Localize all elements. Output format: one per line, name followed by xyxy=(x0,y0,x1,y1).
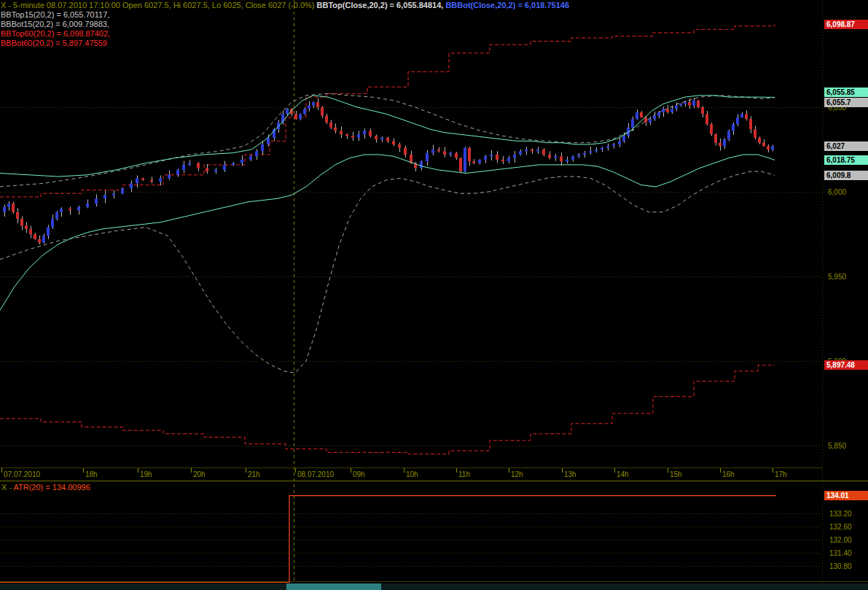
candle-up xyxy=(507,158,510,162)
candle-up xyxy=(55,212,58,219)
candle-up xyxy=(631,119,634,128)
candle-down xyxy=(548,155,551,158)
candle-up xyxy=(77,207,80,211)
candle-down xyxy=(762,143,765,147)
candle-down xyxy=(437,150,440,151)
atr-axis-label: 131.40 xyxy=(829,549,852,557)
candle-up xyxy=(618,141,621,144)
atr-value-label: ATR(20) = 134.00996 xyxy=(14,483,90,492)
candle-down xyxy=(334,128,337,131)
candle-up xyxy=(736,117,739,124)
bbbot60-label: BBBot60(20,2) = 5,897.47559 xyxy=(1,39,569,48)
candle-up xyxy=(566,160,568,161)
time-axis-label: 10h xyxy=(406,470,418,478)
candle-up xyxy=(182,165,185,170)
candle-up xyxy=(420,161,423,168)
candle-up xyxy=(589,151,592,152)
time-axis-label: 16h xyxy=(722,470,735,478)
time-axis-label: 13h xyxy=(564,470,576,478)
candle-up xyxy=(261,144,264,151)
candle-up xyxy=(223,165,226,170)
candle-down xyxy=(206,168,208,172)
time-axis-label: 14h xyxy=(617,470,629,478)
candle-up xyxy=(232,163,235,165)
candle-down xyxy=(29,229,32,234)
atr-axis-label: 132.00 xyxy=(829,536,852,544)
candle-up xyxy=(583,153,586,155)
candle-up xyxy=(255,151,258,156)
candle-up xyxy=(601,148,603,150)
candle-up xyxy=(727,131,730,140)
atr-axis-label: 130.80 xyxy=(829,562,852,570)
time-axis-label: 19h xyxy=(140,470,152,478)
candle-down xyxy=(719,143,722,147)
chart-legend: X - 5-minute 08.07.2010 17:10:00 Open 60… xyxy=(1,1,569,48)
bb-lower-line xyxy=(0,155,775,310)
candle-up xyxy=(188,163,191,165)
candle-up xyxy=(7,203,10,207)
candle-up xyxy=(670,109,673,112)
price-tag: 6,098.87 xyxy=(824,20,868,29)
bbtop60-label: BBTop60(20,2) = 6,098.87402, xyxy=(1,29,569,39)
candle-up xyxy=(241,160,243,163)
candle-down xyxy=(16,212,19,219)
atr-value-tag: 134.01 xyxy=(824,491,868,500)
candle-down xyxy=(12,203,15,212)
candle-up xyxy=(47,228,50,236)
candle-up xyxy=(679,104,682,105)
time-axis-label: 18h xyxy=(85,470,98,478)
candle-up xyxy=(612,144,615,146)
scrollbar-thumb[interactable] xyxy=(286,583,381,590)
candle-down xyxy=(340,131,343,135)
candle-up xyxy=(513,155,516,158)
candle-up xyxy=(636,112,638,119)
candle-up xyxy=(42,236,45,242)
bb-upper-line xyxy=(0,96,775,176)
candle-down xyxy=(542,150,545,155)
candle-down xyxy=(25,225,28,229)
candle-up xyxy=(536,150,539,151)
candle-up xyxy=(86,203,89,207)
candle-up xyxy=(595,150,598,151)
candle-down xyxy=(455,153,458,158)
candle-down xyxy=(392,141,395,144)
candle-down xyxy=(316,102,319,107)
price-axis-label: 5,950 xyxy=(828,273,846,281)
candle-up xyxy=(51,219,54,228)
price-tag: 6,055.7 xyxy=(824,98,868,107)
price-tag: 5,897.48 xyxy=(824,360,868,370)
candle-up xyxy=(168,175,171,179)
price-tag: 6,027 xyxy=(824,141,868,151)
candle-up xyxy=(657,112,660,116)
candle-up xyxy=(732,124,735,131)
candle-up xyxy=(3,207,6,212)
candle-up xyxy=(525,150,528,151)
chart-canvas[interactable] xyxy=(0,0,868,590)
candle-down xyxy=(745,114,748,119)
candle-up xyxy=(478,160,481,163)
candle-down xyxy=(705,114,708,124)
candle-up xyxy=(380,138,383,139)
candle-down xyxy=(697,101,700,107)
candle-up xyxy=(675,106,678,109)
candle-up xyxy=(519,151,522,155)
candle-up xyxy=(740,114,743,117)
time-axis-label: 17h xyxy=(775,470,787,478)
time-axis-label: 12h xyxy=(511,470,523,478)
candle-up xyxy=(662,109,665,112)
candle-down xyxy=(701,107,704,114)
candle-up xyxy=(426,153,429,162)
atr-symbol-text: X - xyxy=(1,483,14,492)
time-axis-label: 07.07.2010 xyxy=(4,470,40,478)
candle-up xyxy=(136,178,138,183)
candle-up xyxy=(112,193,115,195)
atr-axis-label: 132.60 xyxy=(829,523,852,531)
candle-up xyxy=(606,146,609,147)
candle-down xyxy=(345,134,348,136)
candle-down xyxy=(501,160,504,161)
candle-down xyxy=(767,146,770,150)
price-tag: 6,055.85 xyxy=(824,88,868,97)
chart-scrollbar[interactable] xyxy=(0,583,868,590)
candle-up xyxy=(214,170,217,171)
candle-down xyxy=(459,158,462,172)
